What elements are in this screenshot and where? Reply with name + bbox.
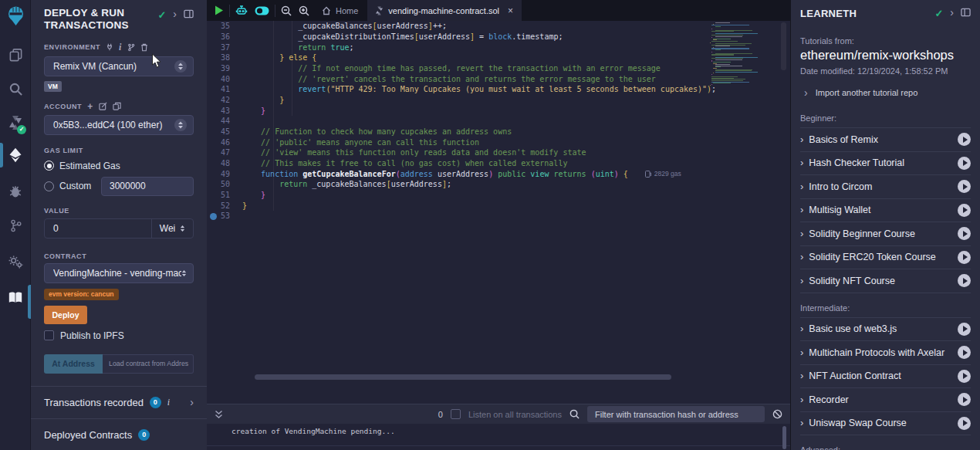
remix-logo-icon[interactable]	[0, 0, 31, 34]
zoom-out-icon[interactable]	[281, 5, 292, 16]
transactions-recorded-row[interactable]: Transactions recorded 0 i ›	[44, 387, 194, 418]
start-tutorial-play-icon[interactable]	[958, 323, 971, 336]
start-tutorial-play-icon[interactable]	[958, 251, 971, 264]
line-number[interactable]: 41	[207, 85, 242, 93]
line-number[interactable]: 37	[207, 43, 242, 52]
estimated-gas-radio[interactable]	[44, 161, 54, 171]
breakpoint-dot[interactable]	[210, 213, 217, 220]
contract-select[interactable]: VendingMachine - vending-machin	[44, 263, 194, 283]
tab-home[interactable]: Home	[313, 0, 367, 21]
tutorial-item[interactable]: ›Solidity ERC20 Token Course	[800, 246, 971, 270]
line-number[interactable]: 53	[207, 211, 242, 220]
start-tutorial-play-icon[interactable]	[958, 133, 971, 146]
value-input[interactable]: 0	[45, 223, 151, 234]
deploy-run-icon[interactable]	[0, 140, 31, 170]
terminal-filter-input[interactable]: Filter with transaction hash or address	[587, 406, 765, 422]
fork-state-icon[interactable]	[127, 43, 135, 52]
line-number[interactable]: 35	[207, 22, 242, 30]
tutorial-item[interactable]: ›Multichain Protocols with Axelar	[800, 341, 971, 365]
tutorial-item[interactable]: ›Intro to Circom	[800, 175, 971, 199]
solidity-compiler-icon[interactable]: ✓	[0, 108, 31, 137]
transactions-info-icon[interactable]: i	[167, 397, 170, 408]
code-editor[interactable]: 35 _cupcakeBalances[userAddress]++;36 _c…	[207, 21, 790, 395]
minimap[interactable]	[710, 22, 778, 89]
search-plugin-icon[interactable]	[0, 74, 31, 103]
ai-toggle-switch[interactable]	[255, 6, 269, 15]
close-tab-icon[interactable]: ×	[508, 5, 513, 16]
environment-select[interactable]: Remix VM (Cancun)	[44, 56, 194, 76]
at-address-input[interactable]: Load contract from Addres	[103, 354, 194, 374]
line-number[interactable]: 40	[207, 75, 242, 83]
listen-all-checkbox[interactable]	[451, 409, 461, 419]
start-tutorial-play-icon[interactable]	[958, 204, 971, 217]
line-number[interactable]: 50	[207, 180, 242, 188]
tutorial-item[interactable]: ›Recorder	[800, 388, 971, 412]
plug-icon[interactable]	[106, 43, 113, 51]
learneth-pin-panel-icon[interactable]	[961, 8, 971, 17]
edit-account-icon[interactable]	[99, 102, 107, 110]
tab-file[interactable]: vending-machine-contract.sol ×	[367, 0, 522, 21]
custom-gas-input[interactable]: 3000000	[101, 177, 194, 196]
clear-console-icon[interactable]	[772, 409, 782, 419]
file-explorer-icon[interactable]	[0, 40, 31, 69]
line-number[interactable]: 42	[207, 96, 242, 104]
tutorial-item[interactable]: ›Solidity Beginner Course	[800, 222, 971, 246]
line-number[interactable]: 51	[207, 191, 242, 199]
tutorial-item[interactable]: ›Hash Checker Tutorial	[800, 152, 971, 176]
git-icon[interactable]	[0, 211, 31, 240]
account-select[interactable]: 0x5B3...eddC4 (100 ether)	[44, 115, 194, 135]
at-address-button[interactable]: At Address	[44, 354, 103, 374]
tutorial-item[interactable]: ›Solidity NFT Course	[800, 269, 971, 293]
line-number[interactable]: 52	[207, 201, 242, 210]
environment-info-icon[interactable]: i	[119, 42, 122, 53]
learneth-plugin-icon[interactable]	[0, 283, 31, 312]
line-number[interactable]: 36	[207, 32, 242, 41]
start-tutorial-play-icon[interactable]	[958, 180, 971, 193]
line-number[interactable]: 39	[207, 64, 242, 73]
editor-vertical-scrollbar[interactable]	[781, 22, 786, 70]
transactions-expand-icon[interactable]: ›	[190, 398, 194, 407]
add-account-icon[interactable]: +	[87, 101, 93, 112]
tutorial-item[interactable]: ›Basic use of web3.js	[800, 318, 971, 342]
panel-expand-icon[interactable]: ›	[173, 9, 177, 19]
custom-gas-radio[interactable]	[44, 181, 54, 191]
publish-ipfs-checkbox[interactable]	[44, 330, 54, 340]
terminal-scrollbar[interactable]	[782, 426, 786, 449]
line-number[interactable]: 44	[207, 117, 242, 125]
start-tutorial-play-icon[interactable]	[958, 274, 971, 287]
start-tutorial-play-icon[interactable]	[958, 227, 971, 240]
line-number[interactable]: 38	[207, 53, 242, 62]
debugger-icon[interactable]	[0, 176, 31, 205]
pin-panel-icon[interactable]	[184, 9, 194, 19]
settings-icon[interactable]	[0, 247, 31, 276]
start-tutorial-play-icon[interactable]	[958, 393, 971, 406]
tutorial-item[interactable]: ›Basics of Remix	[800, 128, 971, 152]
start-tutorial-play-icon[interactable]	[958, 157, 971, 170]
learneth-expand-icon[interactable]: ›	[950, 8, 954, 17]
import-repo-toggle[interactable]: › Import another tutorial repo	[800, 88, 971, 97]
start-tutorial-play-icon[interactable]	[958, 370, 971, 383]
line-number[interactable]: 46	[207, 138, 242, 147]
collapse-terminal-icon[interactable]	[215, 410, 223, 419]
start-tutorial-play-icon[interactable]	[958, 346, 971, 359]
tutorial-item[interactable]: ›Multisig Wallet	[800, 199, 971, 223]
terminal-search-icon[interactable]	[569, 409, 580, 419]
deploy-button[interactable]: Deploy	[44, 306, 87, 324]
deployed-contracts-row[interactable]: Deployed Contracts 0	[44, 419, 194, 450]
start-tutorial-play-icon[interactable]	[958, 417, 971, 430]
value-unit-select[interactable]: Wei	[151, 219, 193, 238]
line-number[interactable]: 43	[207, 107, 242, 115]
tutorial-item[interactable]: ›NFT Auction Contract	[800, 365, 971, 389]
line-number[interactable]: 48	[207, 159, 242, 167]
editor-horizontal-scrollbar[interactable]	[255, 374, 671, 380]
line-number[interactable]: 49	[207, 170, 242, 178]
copy-account-icon[interactable]	[113, 102, 121, 110]
remix-ai-icon[interactable]	[235, 5, 248, 16]
run-script-icon[interactable]	[215, 5, 224, 15]
line-number[interactable]: 45	[207, 127, 242, 136]
tutorial-item[interactable]: ›Uniswap Swap Course	[800, 412, 971, 436]
delete-state-icon[interactable]	[140, 43, 148, 52]
zoom-in-icon[interactable]	[299, 5, 309, 16]
line-number[interactable]: 47	[207, 148, 242, 157]
terminal-content[interactable]: creation of VendingMachine pending... [b…	[207, 424, 790, 450]
